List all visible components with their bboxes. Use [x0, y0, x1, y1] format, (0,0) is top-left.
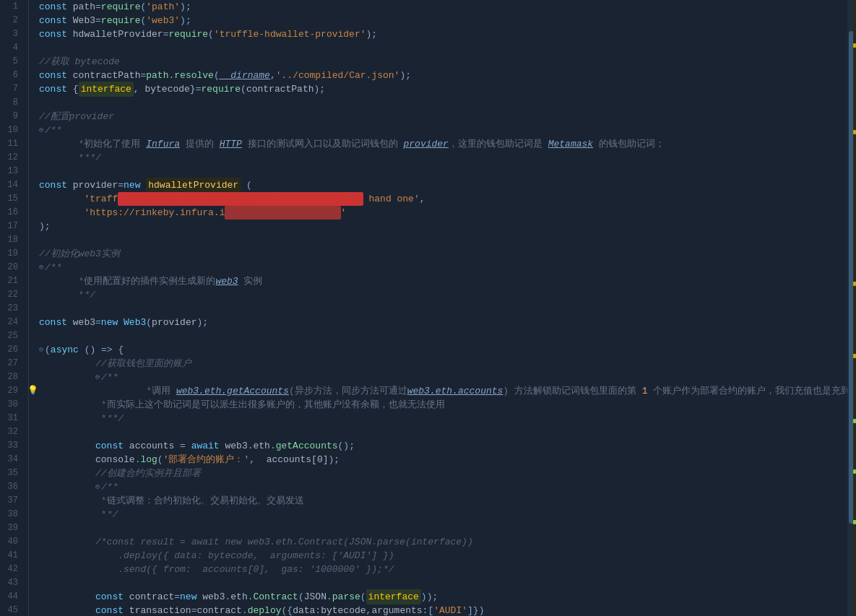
- code-line-3: const hdwalletProvider=require('truffle-…: [36, 27, 856, 41]
- code-line-6: const contractPath=path.resolve(__dirnam…: [36, 69, 856, 82]
- code-line-8: [36, 96, 856, 110]
- code-line-27: //获取钱包里面的账户: [36, 357, 856, 370]
- code-line-42: .send({ from: accounts[0], gas: '1000000…: [36, 563, 856, 576]
- change-marker: [853, 43, 856, 48]
- code-line-43: [36, 576, 856, 590]
- code-line-26: ⊖(async () => {: [36, 343, 856, 357]
- code-line-18: [36, 233, 856, 247]
- change-marker: [853, 130, 856, 134]
- code-line-4: [36, 41, 856, 55]
- code-line-17: );: [36, 220, 856, 233]
- code-line-12: * **/: [36, 151, 856, 165]
- code-line-23: [36, 302, 856, 316]
- code-line-32: [36, 425, 856, 439]
- code-line-24: const web3=new Web3(provider);: [36, 316, 856, 329]
- line-numbers: 1 2 3 4 5 6 7 8 9 10 11 12 13 14 15 16 1…: [0, 0, 24, 616]
- code-line-45: const transaction=contract.deploy({data:…: [36, 604, 856, 616]
- code-line-33: const accounts = await web3.eth.getAccou…: [36, 439, 856, 453]
- change-marker-green: [853, 469, 856, 474]
- code-line-40: /*const result = await new web3.eth.Cont…: [36, 535, 856, 549]
- code-line-39: [36, 521, 856, 535]
- code-line-16: 'https://rinkeby.infura.i███████████████…: [36, 206, 856, 220]
- code-line-30: * 而实际上这个助记词是可以派生出很多账户的，其他账户没有余额，也就无法使用: [36, 398, 856, 412]
- change-marker: [853, 354, 856, 358]
- code-line-41: .deploy({ data: bytecode, arguments: ['A…: [36, 549, 856, 563]
- lightbulb-icon[interactable]: 💡: [29, 384, 38, 398]
- code-line-21: * 使用配置好的插件实例生成新的web3 实例: [36, 274, 856, 288]
- code-line-35: //创建合约实例并且部署: [36, 467, 856, 480]
- code-line-13: [36, 165, 856, 178]
- change-marker-bar: [853, 0, 856, 616]
- code-line-15: 'traff██████████████████████████████████…: [36, 192, 856, 206]
- code-line-25: [36, 329, 856, 343]
- code-editor: 1 2 3 4 5 6 7 8 9 10 11 12 13 14 15 16 1…: [0, 0, 856, 616]
- code-line-11: * 初始化了使用 Infura 提供的 HTTP 接口的测试网入口以及助记词钱包…: [36, 137, 856, 151]
- code-content[interactable]: const path=require('path'); const Web3=r…: [29, 0, 856, 616]
- code-line-36: ⊖/**: [36, 480, 856, 494]
- code-line-10: ⊖/**: [36, 123, 856, 137]
- code-line-2: const Web3=require('web3');: [36, 14, 856, 27]
- code-line-14: const provider=new hdwalletProvider (: [36, 178, 856, 192]
- code-line-1: const path=require('path');: [36, 0, 856, 14]
- line-number-gutter: 1 2 3 4 5 6 7 8 9 10 11 12 13 14 15 16 1…: [0, 0, 29, 616]
- code-line-34: console.log('部署合约的账户：', accounts[0]);: [36, 453, 856, 467]
- change-marker: [853, 282, 856, 286]
- code-line-29: 💡 * 调用 web3.eth.getAccounts(异步方法，同步方法可通过…: [36, 384, 856, 398]
- code-line-31: * **/: [36, 412, 856, 425]
- code-line-20: ⊖/**: [36, 261, 856, 274]
- code-line-37: * 链式调整：合约初始化、交易初始化、交易发送: [36, 494, 856, 508]
- code-line-44: const contract=new web3.eth.Contract(JSO…: [36, 590, 856, 604]
- code-line-38: * */: [36, 508, 856, 521]
- code-line-22: * */: [36, 288, 856, 302]
- code-line-19: //初始化web3实例: [36, 247, 856, 261]
- code-line-5: //获取 bytecode: [36, 55, 856, 69]
- code-line-9: //配置provider: [36, 110, 856, 123]
- code-line-7: const {interface, bytecode}=require(cont…: [36, 82, 856, 96]
- code-line-28: ⊖/**: [36, 370, 856, 384]
- change-marker-green: [853, 419, 856, 423]
- change-marker-green: [853, 520, 856, 524]
